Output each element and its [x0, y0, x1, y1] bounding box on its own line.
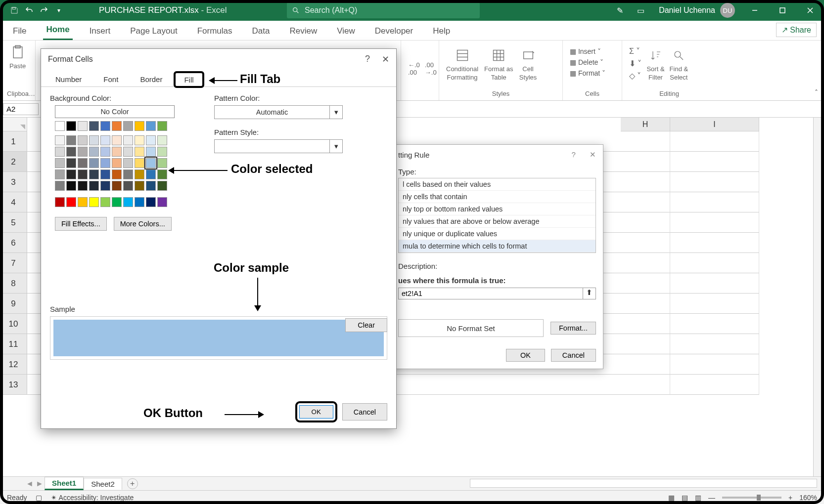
save-icon[interactable]: [9, 5, 20, 16]
more-colors-button[interactable]: More Colors...: [114, 217, 172, 231]
color-swatch[interactable]: [100, 169, 110, 179]
fmt-tab-border[interactable]: Border: [131, 72, 172, 86]
cell[interactable]: [621, 192, 670, 212]
color-swatch[interactable]: [89, 135, 99, 145]
color-swatch[interactable]: [123, 181, 133, 191]
search-box[interactable]: Search (Alt+Q): [287, 2, 480, 18]
color-swatch[interactable]: [146, 181, 156, 191]
color-swatch[interactable]: [135, 121, 144, 131]
row-header[interactable]: 9: [0, 294, 27, 314]
color-swatch[interactable]: [112, 158, 122, 168]
rule-option[interactable]: nly unique or duplicate values: [399, 228, 595, 240]
color-swatch[interactable]: [123, 158, 133, 168]
fill-effects-button[interactable]: Fill Effects...: [55, 217, 107, 231]
close-button[interactable]: [796, 0, 824, 21]
color-swatch[interactable]: [146, 169, 156, 179]
color-swatch[interactable]: [112, 197, 122, 207]
tab-view[interactable]: View: [334, 23, 358, 40]
cell[interactable]: [621, 354, 670, 375]
color-swatch[interactable]: [89, 158, 99, 168]
color-swatch[interactable]: [157, 158, 167, 168]
view-normal-icon[interactable]: ▦: [668, 494, 675, 502]
rule-ok-button[interactable]: OK: [506, 349, 545, 362]
row-header[interactable]: 7: [0, 253, 27, 273]
color-swatch[interactable]: [55, 181, 65, 191]
cell[interactable]: [621, 334, 670, 354]
mode-switch-icon[interactable]: ▭: [635, 5, 646, 16]
color-swatch[interactable]: [55, 147, 65, 157]
chevron-down-icon[interactable]: ▾: [330, 139, 343, 153]
share-button[interactable]: ↗ Share: [776, 23, 817, 37]
color-swatch[interactable]: [66, 169, 76, 179]
cell[interactable]: [670, 354, 759, 375]
cell[interactable]: [670, 192, 759, 212]
color-swatch[interactable]: [78, 169, 88, 179]
fill-icon[interactable]: ⬇ ˅: [629, 59, 641, 68]
color-swatch[interactable]: [66, 181, 76, 191]
fmt-tab-number[interactable]: Number: [46, 72, 91, 86]
color-swatch[interactable]: [66, 197, 76, 207]
name-box[interactable]: [3, 103, 39, 115]
color-swatch[interactable]: [123, 147, 133, 157]
color-swatch[interactable]: [123, 169, 133, 179]
row-header[interactable]: 3: [0, 172, 27, 192]
clear-icon[interactable]: ◇ ˅: [629, 71, 641, 81]
accessibility-status[interactable]: ✴ Accessibility: Investigate: [51, 494, 134, 502]
row-header[interactable]: 6: [0, 233, 27, 253]
fmt-tab-fill[interactable]: Fill: [175, 72, 203, 87]
zoom-slider[interactable]: [722, 497, 781, 499]
color-swatch[interactable]: [157, 135, 167, 145]
color-swatch[interactable]: [100, 181, 110, 191]
no-color-button[interactable]: No Color: [55, 105, 175, 118]
view-page-break-icon[interactable]: ▥: [695, 494, 701, 502]
color-swatch[interactable]: [78, 135, 88, 145]
color-swatch[interactable]: [55, 121, 65, 131]
conditional-formatting-button[interactable]: Conditional Formatting: [446, 46, 478, 81]
color-swatch[interactable]: [146, 158, 156, 168]
color-swatch[interactable]: [146, 197, 156, 207]
color-swatch[interactable]: [100, 135, 110, 145]
select-all-corner[interactable]: [0, 118, 27, 131]
sheet-tab-active[interactable]: Sheet1: [45, 477, 84, 490]
cell[interactable]: [670, 131, 759, 152]
row-header[interactable]: 10: [0, 314, 27, 334]
color-swatch[interactable]: [89, 197, 99, 207]
cancel-button[interactable]: Cancel: [342, 403, 387, 420]
cell[interactable]: [670, 212, 759, 233]
close-icon[interactable]: ✕: [590, 150, 596, 159]
row-header[interactable]: 4: [0, 192, 27, 212]
find-select-button[interactable]: Find & Select: [670, 46, 688, 81]
format-as-table-button[interactable]: Format as Table: [484, 46, 513, 81]
tab-data[interactable]: Data: [249, 23, 273, 40]
tab-developer[interactable]: Developer: [372, 23, 416, 40]
color-swatch[interactable]: [55, 197, 65, 207]
color-swatch[interactable]: [157, 121, 167, 131]
help-icon[interactable]: ?: [571, 150, 575, 159]
user-area[interactable]: Daniel Uchenna DU: [659, 3, 735, 18]
color-swatch[interactable]: [157, 181, 167, 191]
color-swatch[interactable]: [157, 169, 167, 179]
color-swatch[interactable]: [78, 197, 88, 207]
tab-formulas[interactable]: Formulas: [194, 23, 235, 40]
cell[interactable]: [621, 152, 670, 172]
decrease-decimal-icon[interactable]: ←.0.00: [408, 61, 420, 76]
formula-input[interactable]: [398, 288, 583, 299]
ok-button[interactable]: OK: [299, 405, 333, 419]
zoom-out-button[interactable]: —: [708, 494, 715, 502]
sheet-nav-prev[interactable]: ◄: [25, 479, 35, 488]
range-select-icon[interactable]: ⬆: [583, 288, 596, 299]
row-header[interactable]: 1: [0, 131, 27, 152]
row-header[interactable]: 13: [0, 375, 27, 395]
color-swatch[interactable]: [123, 121, 133, 131]
pattern-style-combo[interactable]: ▾: [214, 139, 343, 153]
color-swatch[interactable]: [112, 135, 122, 145]
cell[interactable]: [621, 172, 670, 192]
new-sheet-button[interactable]: +: [127, 478, 138, 489]
color-swatch[interactable]: [89, 169, 99, 179]
col-header[interactable]: I: [670, 118, 759, 131]
minimize-button[interactable]: [741, 0, 769, 21]
format-button[interactable]: Format...: [550, 322, 596, 335]
cell[interactable]: [621, 375, 670, 395]
cell[interactable]: [670, 375, 759, 395]
maximize-button[interactable]: [769, 0, 796, 21]
